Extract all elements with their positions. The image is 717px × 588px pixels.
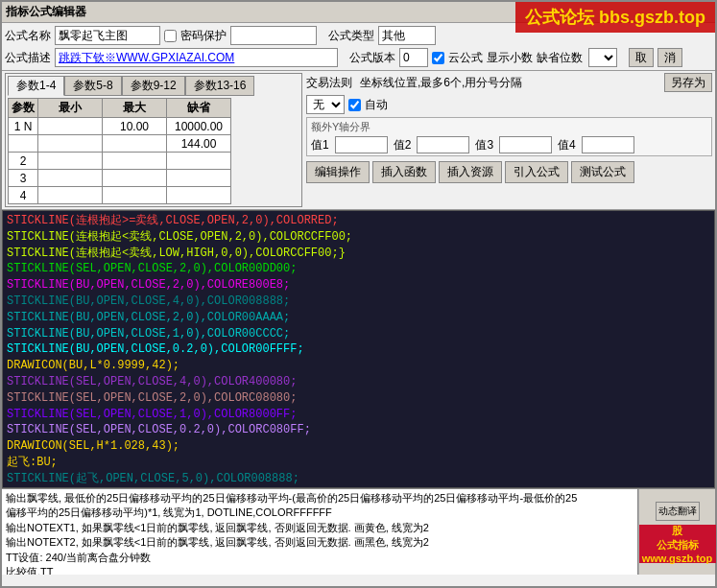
insert-source-button[interactable]: 插入资源	[439, 161, 502, 183]
desc-row: 公式描述 公式版本 云公式 显示小数 缺省位数 取 消	[5, 48, 712, 67]
status-bar: 输出飘零线, 最低价的25日偏移移动平均的25日偏移移动平均-(最高价的25日偏…	[2, 488, 715, 575]
code-line: STICKLINE(起飞,OPEN,CLOSE,2,0),COLOR00AAAA…	[7, 487, 710, 488]
tab-params-1-4[interactable]: 参数1-4	[8, 76, 64, 96]
code-line: STICKLINE(SEL,OPEN,CLOSE,2,0),COLOR00DD0…	[7, 261, 710, 277]
param-2-max[interactable]	[106, 154, 163, 168]
status-line-6: 比较值,TT	[6, 565, 633, 575]
cell-max-3	[103, 170, 167, 187]
formula-type-input[interactable]	[378, 26, 436, 45]
param-2-default[interactable]	[170, 154, 227, 168]
status-line-1: 输出飘零线, 最低价的25日偏移移动平均的25日偏移移动平均-(最高价的25日偏…	[6, 491, 633, 506]
code-line: DRAWICON(BU,L*0.9999,42);	[7, 358, 710, 374]
code-line: STICKLINE(BU,OPEN,CLOSE,1,0),COLOR00CCCC…	[7, 326, 710, 342]
bottom-logo: 股公式指标www.gszb.top	[639, 525, 716, 563]
formula-desc-label: 公式描述	[5, 50, 51, 66]
value2-input[interactable]	[417, 136, 469, 153]
cell-max-4	[103, 187, 167, 204]
tab-params-9-12[interactable]: 参数9-12	[122, 76, 185, 96]
cell-max-2	[103, 153, 167, 170]
tab-params-13-16[interactable]: 参数13-16	[185, 76, 255, 96]
code-line: STICKLINE(SEL,OPEN,CLOSE,4,0),COLOR40008…	[7, 374, 710, 390]
code-line: STICKLINE(BU,OPEN,CLOSE,2,0),COLOR00AAAA…	[7, 310, 710, 326]
save-digits-select[interactable]	[588, 48, 617, 67]
trade-rule-row: 交易法则 坐标线位置,最多6个,用分号分隔 另存为	[306, 73, 712, 92]
param-4-max[interactable]	[106, 189, 163, 202]
main-window: 指标公式编辑器 公式论坛 bbs.gszb.top 公式名称 密码保护 公式类型…	[0, 0, 717, 588]
param-2-min[interactable]	[41, 154, 99, 168]
params-trading-section: 参数1-4 参数5-8 参数9-12 参数13-16 参数 最小 最大 缺省 1…	[2, 71, 715, 210]
value1-label: 值1	[311, 137, 329, 153]
formula-type-label: 公式类型	[328, 28, 374, 44]
param-3-default[interactable]	[170, 172, 227, 185]
action-buttons: 编辑操作 插入函数 插入资源 引入公式 测试公式	[306, 161, 712, 183]
value4-label: 值4	[558, 137, 576, 153]
cell-min-1b	[38, 135, 103, 153]
trade-rule-select[interactable]: 无	[306, 95, 345, 114]
formula-desc-input[interactable]	[55, 48, 338, 67]
cloud-checkbox[interactable]	[432, 52, 444, 64]
cell-param-4: 4	[9, 187, 38, 204]
ok-button[interactable]: 取	[629, 48, 654, 67]
cell-min-3	[38, 170, 103, 187]
insert-func-button[interactable]: 插入函数	[372, 161, 436, 183]
code-line: STICKLINE(起飞,OPEN,CLOSE,5,0),COLOR008888…	[7, 471, 710, 487]
params-tabs: 参数1-4 参数5-8 参数9-12 参数13-16	[8, 76, 299, 96]
cell-max-1b	[103, 135, 167, 153]
status-line-3: 输出NOTEXT1, 如果飘零线<1日前的飘零线, 返回飘零线, 否则返回无数据…	[6, 521, 633, 535]
auto-checkbox[interactable]	[348, 99, 361, 111]
test-formula-button[interactable]: 测试公式	[571, 161, 634, 183]
param-4-default[interactable]	[170, 189, 227, 202]
status-line-5: TT设值: 240/当前离合盘分钟数	[6, 551, 633, 565]
cell-default-1b: 144.00	[167, 135, 231, 153]
value3-label: 值3	[475, 137, 493, 153]
code-editor[interactable]: STICKLINE(连根抱起>=卖线,CLOSE,OPEN,2,0),COLOR…	[2, 210, 715, 488]
show-small-label: 显示小数	[487, 50, 533, 66]
cell-default-4	[167, 187, 231, 204]
formula-version-input[interactable]	[399, 48, 428, 67]
status-text: 输出飘零线, 最低价的25日偏移移动平均的25日偏移移动平均-(最高价的25日偏…	[2, 489, 638, 575]
code-line: STICKLINE(BU,OPEN,CLOSE,0.2,0),COLOR00FF…	[7, 341, 710, 358]
translate-label: 动态翻译	[656, 502, 700, 521]
import-formula-button[interactable]: 引入公式	[505, 161, 568, 183]
code-line: STICKLINE(SEL,OPEN,CLOSE,1,0),COLOR8000F…	[7, 407, 710, 423]
table-row: 2	[9, 153, 231, 170]
status-line-2: 偏移平均的25日偏移移动平均)*1, 线宽为1, DOTLINE,COLORFF…	[6, 506, 633, 520]
save-as-button[interactable]: 另存为	[664, 73, 712, 92]
params-section: 参数1-4 参数5-8 参数9-12 参数13-16 参数 最小 最大 缺省 1…	[5, 73, 302, 207]
extra-section: 额外Y轴分界 值1 值2 值3 值4	[306, 117, 712, 156]
code-line: STICKLINE(BU,OPEN,CLOSE,2,0),COLORE800E8…	[7, 277, 710, 294]
window-title: 指标公式编辑器	[6, 5, 86, 18]
cell-max-1: 10.00	[103, 118, 167, 135]
value1-input[interactable]	[335, 136, 388, 153]
auto-row: 无 自动	[306, 95, 712, 114]
watermark-text: 公式论坛 bbs.gszb.top	[525, 8, 705, 27]
formula-name-input[interactable]	[55, 26, 160, 45]
param-3-min[interactable]	[41, 172, 99, 185]
tab-params-5-8[interactable]: 参数5-8	[64, 76, 121, 96]
edit-op-button[interactable]: 编辑操作	[306, 161, 370, 183]
value4-input[interactable]	[582, 136, 634, 153]
cell-default-3	[167, 170, 231, 187]
password-label: 密码保护	[180, 28, 227, 44]
password-checkbox[interactable]	[164, 30, 177, 42]
table-row: 144.00	[9, 135, 231, 153]
coord-label: 坐标线位置,最多6个,用分号分隔	[360, 75, 522, 91]
cell-param-1: 1 N	[9, 118, 38, 135]
status-right: 动态翻译 股公式指标www.gszb.top	[638, 489, 715, 575]
code-line: STICKLINE(SEL,OPEN,CLOSE,2,0),COLORC0808…	[7, 390, 710, 407]
formula-version-label: 公式版本	[349, 50, 395, 66]
table-row: 3	[9, 170, 231, 187]
param-3-max[interactable]	[106, 172, 163, 185]
col-header-default: 缺省	[167, 99, 231, 118]
password-input[interactable]	[230, 26, 317, 45]
cell-param-3: 3	[9, 170, 38, 187]
param-4-min[interactable]	[41, 189, 99, 202]
extra-inputs: 值1 值2 值3 值4	[311, 136, 707, 153]
params-table: 参数 最小 最大 缺省 1 N 10.00 10000.00	[8, 98, 231, 204]
code-line: 起飞:BU;	[7, 455, 710, 471]
value3-input[interactable]	[499, 136, 552, 153]
cell-min-1	[38, 118, 103, 135]
cell-min-4	[38, 187, 103, 204]
cancel-button[interactable]: 消	[657, 48, 682, 67]
cell-default-1: 10000.00	[167, 118, 231, 135]
